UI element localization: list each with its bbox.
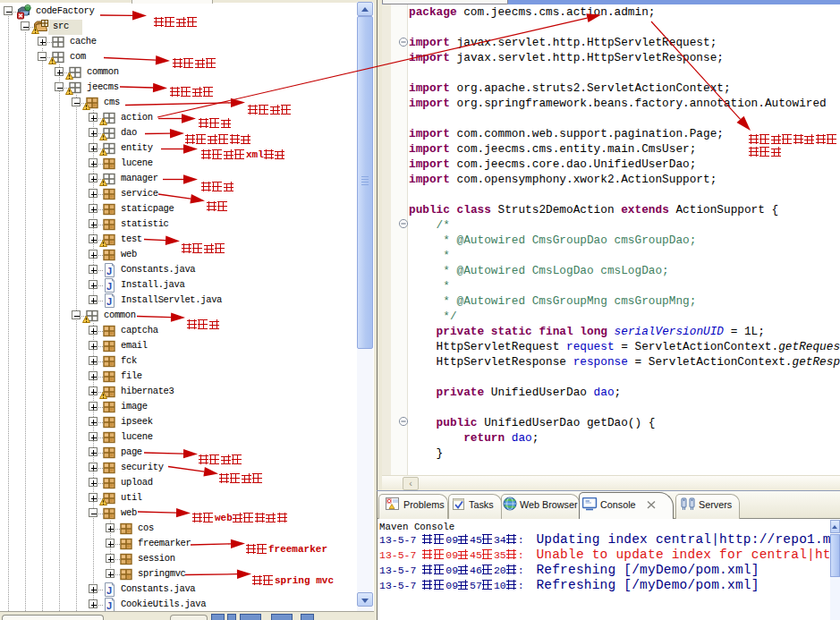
svg-text:J: J [106, 584, 112, 595]
svg-text:J: J [106, 599, 112, 610]
svg-text:J: J [106, 295, 112, 306]
svg-text:J: J [106, 265, 112, 276]
svg-text:J: J [106, 280, 112, 291]
